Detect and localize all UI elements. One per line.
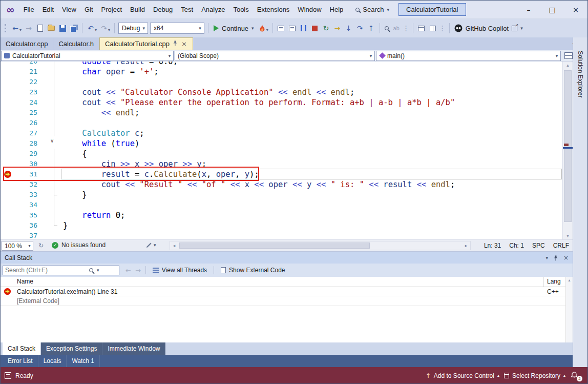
current-statement-breakpoint-icon[interactable] bbox=[4, 170, 12, 178]
close-icon[interactable]: × bbox=[181, 40, 187, 48]
code-line-34[interactable]: 34 bbox=[1, 200, 562, 210]
code-line-28[interactable]: 28 while (true) bbox=[1, 138, 562, 149]
view-all-threads-button[interactable]: View all Threads bbox=[151, 267, 209, 274]
navigate-forward-icon[interactable] bbox=[23, 23, 34, 34]
fold-margin[interactable] bbox=[37, 67, 61, 77]
code-text[interactable]: { bbox=[61, 149, 87, 159]
tab-calculator-h[interactable]: Calculator.h bbox=[53, 37, 99, 50]
menu-help[interactable]: Help bbox=[326, 1, 348, 18]
tool-tab-locals[interactable]: Locals bbox=[38, 355, 67, 367]
code-line-36[interactable]: 36} bbox=[1, 220, 562, 231]
spaces-indicator[interactable]: SPC bbox=[532, 242, 545, 249]
close-button[interactable]: × bbox=[564, 1, 587, 19]
menu-debug[interactable]: Debug bbox=[149, 1, 177, 18]
new-file-icon[interactable] bbox=[34, 23, 46, 34]
code-line-21[interactable]: 21 char oper = '+'; bbox=[1, 67, 562, 77]
scroll-up-icon[interactable] bbox=[566, 278, 573, 282]
find-icon[interactable] bbox=[383, 23, 391, 34]
menu-view[interactable]: View bbox=[58, 1, 80, 18]
scroll-left-icon[interactable] bbox=[170, 241, 178, 250]
document-health-indicator[interactable]: No issues found bbox=[52, 241, 106, 249]
fold-margin[interactable] bbox=[37, 190, 61, 200]
call-stack-scrollbar[interactable] bbox=[565, 277, 573, 342]
tool-tab-call-stack[interactable]: Call Stack bbox=[3, 342, 41, 355]
line-ending-indicator[interactable]: CRLF bbox=[553, 242, 569, 249]
scroll-up-icon[interactable] bbox=[563, 63, 573, 68]
stop-debugging-icon[interactable] bbox=[309, 23, 321, 34]
tool-tab-exception-settings[interactable]: Exception Settings bbox=[41, 342, 102, 355]
chevron-down-icon[interactable] bbox=[97, 268, 99, 273]
zoom-dropdown[interactable]: 100 % bbox=[2, 241, 33, 251]
menu-tools[interactable]: Tools bbox=[229, 1, 253, 18]
code-text[interactable]: cout << "Please enter the operation to p… bbox=[61, 97, 455, 108]
editor-horizontal-scrollbar[interactable] bbox=[170, 241, 471, 250]
show-external-code-button[interactable]: Show External Code bbox=[219, 267, 287, 274]
menu-test[interactable]: Test bbox=[177, 1, 197, 18]
breakpoint-gutter[interactable] bbox=[1, 138, 13, 149]
code-line-20[interactable]: 20 double result = 0.0; bbox=[1, 62, 562, 67]
list-window-icon[interactable] bbox=[287, 23, 298, 34]
menu-extensions[interactable]: Extensions bbox=[253, 1, 294, 18]
continue-button[interactable]: Continue bbox=[211, 25, 257, 32]
chevron-down-icon[interactable] bbox=[266, 28, 268, 32]
fold-margin[interactable] bbox=[37, 179, 61, 190]
fold-margin[interactable] bbox=[37, 87, 61, 97]
fold-margin[interactable] bbox=[37, 62, 61, 67]
code-line-26[interactable]: 26 bbox=[1, 118, 562, 128]
code-text[interactable]: return 0; bbox=[61, 210, 125, 220]
fold-margin[interactable] bbox=[37, 118, 61, 128]
close-icon[interactable]: × bbox=[563, 254, 569, 261]
breakpoint-gutter[interactable] bbox=[1, 77, 13, 87]
tool-tab-immediate-window[interactable]: Immediate Window bbox=[102, 342, 165, 355]
code-text[interactable]: Calculator c; bbox=[61, 128, 144, 138]
fold-margin[interactable] bbox=[37, 97, 61, 108]
search-control[interactable]: Search bbox=[355, 6, 389, 13]
code-text[interactable]: double result = 0.0; bbox=[61, 62, 178, 67]
code-text[interactable]: << endl; bbox=[61, 108, 139, 118]
pin-icon[interactable] bbox=[553, 255, 558, 261]
tool-tab-error-list[interactable]: Error List bbox=[3, 355, 38, 367]
fold-margin[interactable] bbox=[37, 108, 61, 118]
background-tasks-icon[interactable] bbox=[5, 372, 11, 379]
breakpoint-gutter[interactable] bbox=[1, 128, 13, 138]
toolbar-overflow-icon[interactable] bbox=[402, 23, 410, 34]
fold-margin[interactable] bbox=[37, 138, 61, 149]
tab-calculatortutorial-cpp[interactable]: CalculatorTutorial.cpp× bbox=[99, 37, 193, 50]
breakpoint-gutter[interactable] bbox=[1, 97, 13, 108]
toolbar-grip[interactable] bbox=[5, 24, 6, 32]
menu-window[interactable]: Window bbox=[293, 1, 325, 18]
chevron-down-icon[interactable] bbox=[95, 28, 97, 32]
save-all-icon[interactable] bbox=[68, 23, 79, 34]
menu-git[interactable]: Git bbox=[80, 1, 97, 18]
code-line-23[interactable]: 23 cout << "Calculator Console Applicati… bbox=[1, 87, 562, 97]
configuration-dropdown[interactable]: Debug bbox=[118, 23, 148, 34]
maximize-button[interactable]: □ bbox=[540, 1, 564, 19]
fold-margin[interactable] bbox=[37, 210, 61, 220]
fold-margin[interactable] bbox=[37, 77, 61, 87]
scrollbar-thumb[interactable] bbox=[179, 242, 370, 249]
scroll-right-icon[interactable] bbox=[462, 241, 470, 250]
select-repository-button[interactable]: Select Repository bbox=[504, 372, 565, 379]
code-line-24[interactable]: 24 cout << "Please enter the operation t… bbox=[1, 97, 562, 108]
frame-forward-icon[interactable] bbox=[135, 267, 141, 274]
break-all-icon[interactable] bbox=[298, 23, 309, 34]
step-into-icon[interactable] bbox=[343, 23, 354, 34]
show-next-statement-icon[interactable] bbox=[332, 23, 343, 34]
notifications-button[interactable]: 2 bbox=[570, 371, 580, 380]
minimize-button[interactable]: – bbox=[517, 1, 540, 19]
breakpoint-gutter[interactable] bbox=[1, 62, 13, 67]
code-line-29[interactable]: 29 { bbox=[1, 149, 562, 159]
solution-name-box[interactable]: CalculatorTutorial bbox=[398, 3, 466, 16]
scrollbar-thumb[interactable] bbox=[564, 70, 572, 222]
tool-tab-watch-1[interactable]: Watch 1 bbox=[67, 355, 100, 367]
chevron-down-icon[interactable] bbox=[108, 28, 110, 32]
menu-analyze[interactable]: Analyze bbox=[197, 1, 229, 18]
fold-margin[interactable] bbox=[37, 220, 61, 231]
restart-icon[interactable] bbox=[321, 23, 332, 34]
code-text[interactable]: cout << "Calculator Console Application"… bbox=[61, 87, 354, 97]
callstack-row[interactable]: [External Code] bbox=[1, 296, 565, 306]
scope-dropdown[interactable]: (Global Scope) bbox=[175, 51, 375, 61]
save-icon[interactable] bbox=[57, 23, 68, 34]
code-line-32[interactable]: 32 cout << "Result " << "of " << x << op… bbox=[1, 179, 562, 190]
project-dropdown[interactable]: CalculatorTutorial bbox=[1, 51, 174, 61]
